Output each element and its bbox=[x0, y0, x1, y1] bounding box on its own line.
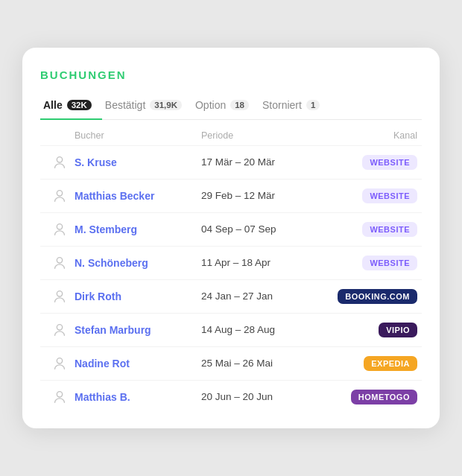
channel-badge: EXPEDIA bbox=[364, 356, 417, 371]
booking-channel: HOMETOGO bbox=[328, 390, 417, 404]
booking-name: N. Schöneberg bbox=[75, 257, 201, 269]
table-row[interactable]: S. Kruse17 Mär – 20 MärWEBSITE bbox=[40, 145, 422, 179]
table-row[interactable]: Stefan Marburg14 Aug – 28 AugVIPIO bbox=[40, 313, 422, 346]
person-icon bbox=[45, 154, 75, 171]
tab-label-alle: Alle bbox=[43, 99, 63, 111]
table-row[interactable]: Matthias B.20 Jun – 20 JunHOMETOGO bbox=[40, 380, 422, 413]
tab-alle[interactable]: Alle32K bbox=[40, 93, 102, 120]
tab-label-option: Option bbox=[195, 99, 226, 111]
booking-period: 20 Jun – 20 Jun bbox=[201, 391, 328, 402]
person-icon bbox=[45, 322, 75, 338]
booking-name: Matthias B. bbox=[75, 391, 201, 403]
person-icon bbox=[45, 188, 75, 204]
person-icon bbox=[45, 255, 75, 271]
booking-channel: WEBSITE bbox=[328, 188, 417, 203]
header-icon bbox=[45, 130, 75, 141]
booking-name: Nadine Rot bbox=[75, 358, 201, 369]
table-row[interactable]: Nadine Rot25 Mai – 26 MaiEXPEDIA bbox=[40, 346, 422, 380]
header-kanal: Kanal bbox=[328, 130, 417, 141]
page-title: BUCHUNGEN bbox=[40, 69, 422, 81]
person-icon bbox=[45, 355, 75, 372]
table-row[interactable]: Matthias Becker29 Feb – 12 MärWEBSITE bbox=[40, 179, 422, 212]
tab-badge-option: 18 bbox=[230, 100, 249, 110]
tab-bestaetigt[interactable]: Bestätigt31,9K bbox=[102, 93, 192, 120]
table-row[interactable]: Dirk Roth24 Jan – 27 JanBOOKING.COM bbox=[40, 279, 422, 313]
person-icon bbox=[45, 288, 75, 305]
tab-badge-storniert: 1 bbox=[306, 100, 320, 110]
channel-badge: BOOKING.COM bbox=[338, 289, 417, 304]
booking-name: S. Kruse bbox=[75, 156, 201, 168]
booking-channel: EXPEDIA bbox=[328, 356, 417, 371]
channel-badge: VIPIO bbox=[379, 323, 417, 337]
table-header: Bucher Periode Kanal bbox=[40, 123, 422, 145]
tab-label-storniert: Storniert bbox=[262, 99, 302, 111]
table-row[interactable]: M. Stemberg04 Sep – 07 SepWEBSITE bbox=[40, 212, 422, 246]
booking-name: Matthias Becker bbox=[75, 190, 201, 202]
tab-label-bestaetigt: Bestätigt bbox=[105, 99, 145, 111]
booking-name: Dirk Roth bbox=[75, 291, 201, 302]
booking-period: 17 Mär – 20 Mär bbox=[201, 156, 328, 168]
person-icon bbox=[45, 389, 75, 405]
channel-badge: WEBSITE bbox=[362, 222, 417, 237]
table-row[interactable]: N. Schöneberg11 Apr – 18 AprWEBSITE bbox=[40, 246, 422, 279]
booking-channel: WEBSITE bbox=[328, 222, 417, 237]
header-bucher: Bucher bbox=[75, 130, 201, 141]
booking-channel: WEBSITE bbox=[328, 256, 417, 270]
tab-option[interactable]: Option18 bbox=[192, 93, 259, 120]
tab-badge-alle: 32K bbox=[67, 100, 92, 110]
channel-badge: WEBSITE bbox=[362, 155, 417, 170]
channel-badge: WEBSITE bbox=[362, 188, 417, 203]
buchungen-card: BUCHUNGEN Alle32KBestätigt31,9KOption18S… bbox=[22, 48, 440, 428]
booking-period: 25 Mai – 26 Mai bbox=[201, 358, 328, 369]
table-body: S. Kruse17 Mär – 20 MärWEBSITE Matthias … bbox=[40, 145, 422, 413]
tab-badge-bestaetigt: 31,9K bbox=[150, 100, 182, 110]
booking-channel: BOOKING.COM bbox=[328, 289, 417, 304]
booking-period: 11 Apr – 18 Apr bbox=[201, 257, 328, 268]
booking-period: 04 Sep – 07 Sep bbox=[201, 223, 328, 235]
person-icon bbox=[45, 221, 75, 238]
booking-period: 14 Aug – 28 Aug bbox=[201, 324, 328, 335]
booking-name: Stefan Marburg bbox=[75, 324, 201, 336]
booking-channel: WEBSITE bbox=[328, 155, 417, 170]
tab-storniert[interactable]: Storniert1 bbox=[259, 93, 330, 120]
channel-badge: WEBSITE bbox=[362, 256, 417, 270]
tabs-bar: Alle32KBestätigt31,9KOption18Storniert1 bbox=[40, 93, 422, 120]
booking-period: 24 Jan – 27 Jan bbox=[201, 291, 328, 302]
channel-badge: HOMETOGO bbox=[351, 390, 417, 404]
bookings-table: Bucher Periode Kanal S. Kruse17 Mär – 20… bbox=[40, 123, 422, 413]
booking-channel: VIPIO bbox=[328, 323, 417, 337]
booking-name: M. Stemberg bbox=[75, 223, 201, 235]
header-periode: Periode bbox=[201, 130, 328, 141]
booking-period: 29 Feb – 12 Mär bbox=[201, 190, 328, 201]
